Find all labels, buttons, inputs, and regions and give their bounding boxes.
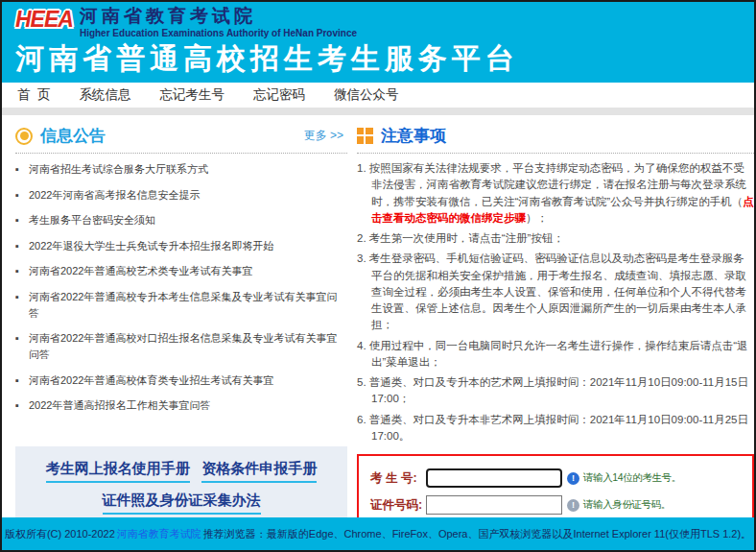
announcement-item[interactable]: 河南省2022年普通高校艺术类专业考试有关事宜	[15, 263, 347, 279]
logo-row: HEEA 河南省教育考试院 Higher Education Examinati…	[15, 7, 754, 39]
announcements-panel: 信息公告 更多 >> 河南省招生考试综合服务大厅联系方式 2022年河南省高考报…	[15, 125, 347, 517]
announcement-item[interactable]: 河南省2022年普通高校体育类专业招生考试有关事宜	[15, 372, 347, 389]
content-area: 信息公告 更多 >> 河南省招生考试综合服务大厅联系方式 2022年河南省高考报…	[2, 115, 754, 517]
id-number-hint: 请输入身份证号码。	[583, 498, 671, 512]
announcement-item[interactable]: 2022年普通高招报名工作相关事宜问答	[15, 397, 347, 414]
nav-divider	[2, 108, 754, 115]
notices-title: 注意事项	[381, 125, 446, 147]
handbook-link-photo[interactable]: 证件照及身份证采集办法	[103, 492, 261, 515]
nav-item-system-info[interactable]: 系统信息	[80, 86, 131, 104]
footer-org-link[interactable]: 河南省教育考试院	[117, 527, 201, 541]
notice-item: 5. 普通类、对口及专升本的艺术网上填报时间：2021年11月10日09:00-…	[357, 374, 754, 408]
nav-item-wechat[interactable]: 微信公众号	[334, 86, 399, 104]
announcement-item[interactable]: 2022年退役大学生士兵免试专升本招生报名即将开始	[15, 238, 347, 254]
notice-item: 4. 使用过程中，同一台电脑同时只允许一名考生进行操作，操作结束后请点击“退出”…	[357, 338, 754, 372]
notices-header: 注意事项	[357, 125, 754, 154]
candidate-id-row: 考 生 号: ! 请输入14位的考生号。	[370, 468, 748, 488]
notice-item: 6. 普通类、对口及专升本非艺术网上填报时间：2021年11月10日09:00-…	[357, 412, 754, 445]
handbook-line: 考生网上报名使用手册 资格条件申报手册	[23, 460, 340, 483]
candidate-id-label: 考 生 号:	[370, 470, 426, 487]
browser-recommendation-text: 推荐浏览器：最新版的Edge、Chrome、FireFox、Opera、国产双核…	[203, 527, 751, 541]
announcements-header: 信息公告 更多 >>	[15, 125, 347, 154]
notice-item: 2. 考生第一次使用时，请点击“注册”按钮；	[357, 230, 754, 247]
handbook-link-qualification[interactable]: 资格条件申报手册	[201, 460, 317, 483]
announcement-item[interactable]: 河南省2022年普通高校对口招生报名信息采集及专业考试有关事宜问答	[15, 330, 347, 363]
grid-squares-icon	[357, 128, 373, 144]
announcement-list: 河南省招生考试综合服务大厅联系方式 2022年河南省高考报名信息安全提示 考生服…	[15, 161, 347, 423]
site-footer: 版权所有(C) 2010-2022 河南省教育考试院 推荐浏览器：最新版的Edg…	[2, 517, 754, 550]
announcements-title: 信息公告	[40, 125, 106, 147]
main-nav: 首 页 系统信息 忘记考生号 忘记密码 微信公众号	[2, 83, 754, 108]
handbook-link-manual[interactable]: 考生网上报名使用手册	[46, 460, 190, 483]
page: HEEA 河南省教育考试院 Higher Education Examinati…	[0, 0, 756, 552]
site-header: HEEA 河南省教育考试院 Higher Education Examinati…	[2, 2, 754, 83]
announcement-item[interactable]: 考生服务平台密码安全须知	[15, 212, 347, 228]
org-name-en: Higher Education Examinations Authority …	[80, 27, 357, 39]
info-icon: !	[567, 499, 579, 512]
id-number-row: 证件号码: ! 请输入身份证号码。	[370, 495, 748, 515]
nav-item-forgot-password[interactable]: 忘记密码	[253, 86, 305, 104]
info-icon: !	[567, 472, 579, 485]
nav-item-home[interactable]: 首 页	[17, 86, 51, 104]
announcement-item[interactable]: 河南省2022年普通高校专升本考生信息采集及专业考试有关事宜问答	[15, 289, 347, 322]
nav-item-forgot-id[interactable]: 忘记考生号	[160, 86, 225, 104]
login-form: 考 生 号: ! 请输入14位的考生号。 证件号码: ! 请输入身份证号码。 登…	[357, 454, 754, 517]
org-title-block: 河南省教育考试院 Higher Education Examinations A…	[80, 7, 357, 39]
notice-text: ）；	[526, 212, 548, 224]
notice-item: 3. 考生登录密码、手机短信验证码、密码验证信息以及动态密码是考生登录服务平台的…	[357, 251, 754, 333]
notice-list: 1. 按照国家有关法律法规要求，平台支持绑定动态密码，为了确保您的权益不受非法侵…	[357, 160, 754, 448]
id-number-input[interactable]	[426, 495, 562, 515]
announcement-item[interactable]: 2022年河南省高考报名信息安全提示	[15, 187, 347, 204]
candidate-id-input[interactable]	[426, 468, 562, 488]
notices-panel: 注意事项 1. 按照国家有关法律法规要求，平台支持绑定动态密码，为了确保您的权益…	[357, 125, 754, 517]
org-name-cn: 河南省教育考试院	[80, 7, 357, 27]
notice-item: 1. 按照国家有关法律法规要求，平台支持绑定动态密码，为了确保您的权益不受非法侵…	[357, 160, 754, 227]
handbook-line: 证件照及身份证采集办法	[23, 492, 340, 515]
copyright-text: 版权所有(C) 2010-2022	[5, 527, 115, 541]
notice-text: 1. 按照国家有关法律法规要求，平台支持绑定动态密码，为了确保您的权益不受非法侵…	[357, 162, 746, 207]
announcement-item[interactable]: 河南省招生考试综合服务大厅联系方式	[15, 161, 347, 178]
heea-logo-icon: HEEA	[15, 7, 73, 31]
id-number-label: 证件号码:	[370, 497, 426, 514]
handbook-box: 考生网上报名使用手册 资格条件申报手册 证件照及身份证采集办法 考生网上报名草表	[15, 446, 347, 517]
more-link[interactable]: 更多 >>	[304, 128, 347, 144]
bullseye-icon	[15, 128, 33, 145]
candidate-id-hint: 请输入14位的考生号。	[583, 471, 681, 485]
platform-title: 河南省普通高校招生考生服务平台	[15, 42, 754, 74]
